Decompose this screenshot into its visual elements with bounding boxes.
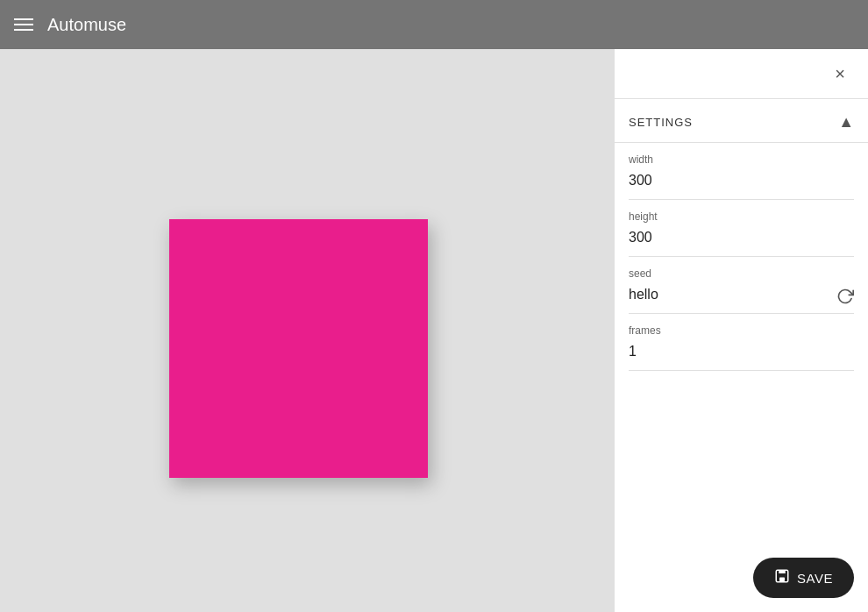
frames-input[interactable] [629, 340, 854, 366]
width-input-row [629, 169, 854, 196]
panel-close-row: × [615, 49, 868, 99]
height-input-row [629, 226, 854, 253]
save-button-area: SAVE [615, 544, 868, 612]
preview-square [169, 219, 428, 478]
app-header: Automuse [0, 0, 868, 49]
height-input[interactable] [629, 226, 854, 253]
menu-icon[interactable] [14, 18, 33, 31]
seed-label: seed [629, 267, 854, 280]
width-input[interactable] [629, 169, 854, 196]
main-layout: × SETTINGS ▲ width height [0, 49, 868, 612]
height-label: height [629, 210, 854, 223]
svg-rect-1 [779, 578, 785, 582]
close-icon: × [835, 64, 845, 84]
frames-label: frames [629, 324, 854, 337]
canvas-area [0, 49, 614, 612]
settings-section-header: SETTINGS ▲ [615, 99, 868, 143]
save-icon [774, 568, 790, 587]
seed-input[interactable] [629, 283, 829, 310]
width-field-group: width [629, 143, 854, 200]
settings-fields: width height seed [615, 143, 868, 544]
seed-field-group: seed [629, 257, 854, 314]
seed-input-row [629, 283, 854, 310]
height-field-group: height [629, 200, 854, 257]
frames-input-row [629, 340, 854, 366]
app-title: Automuse [47, 15, 126, 35]
save-button-label: SAVE [797, 571, 833, 586]
frames-field-group: frames [629, 314, 854, 371]
save-button[interactable]: SAVE [753, 558, 854, 598]
refresh-icon[interactable] [836, 288, 854, 305]
width-label: width [629, 153, 854, 166]
settings-title: SETTINGS [629, 116, 693, 129]
close-button[interactable]: × [826, 60, 854, 88]
canvas-content [0, 49, 614, 612]
chevron-up-icon[interactable]: ▲ [838, 113, 854, 132]
settings-panel: × SETTINGS ▲ width height [614, 49, 868, 612]
